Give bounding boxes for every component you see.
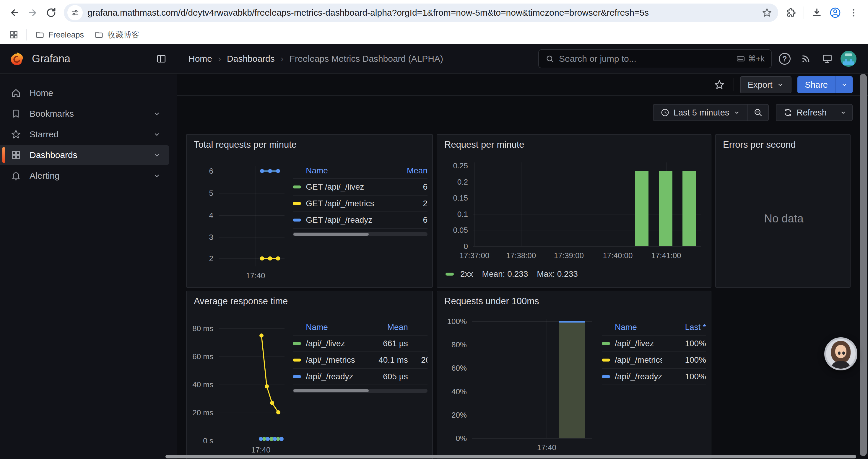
chevron-down-icon[interactable] — [153, 172, 161, 179]
panel-title[interactable]: Total requests per minute — [194, 139, 297, 150]
legend-value: 20.5 m — [408, 355, 428, 365]
refresh-interval-button[interactable] — [834, 104, 852, 121]
legend-row[interactable]: GET /api/_/livez6 — [293, 178, 428, 195]
chart-area[interactable]: 80 ms60 ms40 ms20 ms0 s17:40 — [193, 311, 287, 457]
x-tick-label: 17:39:00 — [554, 251, 584, 260]
panel-title[interactable]: Request per minute — [444, 139, 524, 150]
browser-chrome: grafana.mathmast.com/d/deytv4rwavabkb/fr… — [0, 0, 868, 44]
back-icon[interactable] — [5, 4, 24, 22]
panel-total-requests: Total requests per minute 6543217:40Name… — [186, 134, 433, 288]
breadcrumb-dashboards[interactable]: Dashboards — [227, 54, 275, 64]
home-icon — [11, 88, 21, 98]
profile-icon[interactable] — [826, 4, 844, 22]
legend-row[interactable]: /api/_/metrics100% — [602, 352, 706, 368]
y-tick-label: 40 ms — [192, 380, 213, 389]
news-rss-icon[interactable] — [798, 51, 814, 67]
chart-area[interactable]: 100%80%60%40%20%0%17:40 — [444, 311, 596, 457]
legend-row[interactable]: /api/_/metrics40.1 ms20.5 m — [293, 352, 428, 368]
chevron-down-icon[interactable] — [153, 131, 161, 138]
x-tick-label: 17:40 — [246, 271, 265, 280]
plot-area[interactable]: 0.250.20.150.10.05017:37:0017:38:0017:39… — [473, 162, 701, 246]
share-button[interactable]: Share — [797, 76, 836, 93]
extensions-icon[interactable] — [782, 4, 800, 22]
zoom-out-button[interactable] — [748, 104, 769, 121]
sidebar-item-alerting[interactable]: Alerting — [0, 166, 169, 186]
legend-row[interactable]: /api/_/livez100% — [602, 335, 706, 352]
legend-inline[interactable]: 2xxMean: 0.233Max: 0.233 — [444, 265, 706, 283]
favorite-star-icon[interactable] — [711, 76, 728, 93]
sidebar-item-dashboards[interactable]: Dashboards — [0, 145, 169, 165]
assistant-avatar-widget[interactable] — [824, 337, 857, 370]
data-point — [259, 437, 263, 441]
legend-row[interactable]: /api/_/readyz605 µs620 — [293, 368, 428, 385]
legend-row[interactable]: /api/_/readyz100% — [602, 368, 706, 385]
site-info-icon[interactable] — [67, 5, 83, 21]
chevron-down-icon[interactable] — [153, 151, 161, 159]
chart-area[interactable]: 0.250.20.150.10.05017:37:0017:38:0017:39… — [444, 154, 706, 265]
y-tick-label: 0.1 — [457, 209, 468, 219]
legend-scrollbar-thumb[interactable] — [293, 233, 369, 236]
chevron-down-icon[interactable] — [153, 110, 161, 118]
bookmark-star-icon[interactable] — [759, 5, 775, 21]
bookmark-label: 收藏博客 — [107, 30, 140, 40]
forward-icon[interactable] — [24, 4, 42, 22]
legend-scrollbar[interactable] — [293, 389, 428, 393]
panel-title[interactable]: Errors per second — [723, 139, 796, 150]
sidebar-item-starred[interactable]: Starred — [0, 125, 169, 144]
chevron-down-icon — [733, 109, 740, 116]
monitor-icon[interactable] — [819, 51, 836, 67]
horizontal-scrollbar[interactable] — [165, 455, 856, 458]
breadcrumb-separator: › — [281, 54, 284, 64]
sidebar-toggle-icon[interactable] — [155, 52, 168, 65]
panel-title[interactable]: Requests under 100ms — [444, 296, 539, 306]
user-avatar[interactable] — [840, 51, 857, 67]
y-tick-label: 0.15 — [453, 193, 468, 203]
url-bar[interactable]: grafana.mathmast.com/d/deytv4rwavabkb/fr… — [64, 4, 778, 22]
export-button[interactable]: Export — [740, 76, 792, 93]
legend-scrollbar[interactable] — [293, 232, 428, 236]
sidebar-item-home[interactable]: Home — [0, 83, 169, 103]
bookmark-folder-blogs[interactable]: 收藏博客 — [90, 27, 144, 42]
download-icon[interactable] — [808, 4, 826, 22]
avatar-face — [835, 345, 846, 358]
url-text[interactable]: grafana.mathmast.com/d/deytv4rwavabkb/fr… — [88, 8, 759, 18]
plot-area[interactable]: 6543217:40 — [219, 166, 284, 266]
panel-errors-per-second: Errors per second No data — [715, 134, 850, 288]
panel-body: 100%80%60%40%20%0%17:40NameLast */api/_/… — [444, 311, 706, 457]
apps-grid-icon[interactable] — [6, 28, 21, 42]
search-placeholder: Search or jump to... — [559, 54, 637, 64]
browser-menu-icon[interactable] — [844, 4, 863, 22]
legend-scrollbar-thumb[interactable] — [293, 389, 369, 392]
legend-header-col: Mean — [364, 323, 408, 332]
plot-area[interactable]: 80 ms60 ms40 ms20 ms0 s17:40 — [219, 323, 284, 441]
legend-table-inner: NameMeanGET /api/_/livez6GET /api/_/metr… — [293, 163, 428, 229]
legend-row[interactable]: GET /api/_/metrics2 — [293, 195, 428, 211]
chart-area[interactable]: 6543217:40 — [193, 154, 287, 283]
y-tick-label: 4 — [209, 210, 213, 220]
plot-area[interactable]: 100%80%60%40%20%0%17:40 — [472, 319, 592, 438]
search-input[interactable]: Search or jump to... ⌘+k — [538, 49, 772, 68]
vertical-scrollbar[interactable] — [860, 74, 867, 456]
gridline — [569, 162, 569, 246]
sidebar-item-bookmarks[interactable]: Bookmarks — [0, 104, 169, 124]
breadcrumb: Home › Dashboards › Freeleaps Metrics Da… — [188, 54, 443, 64]
breadcrumb-home[interactable]: Home — [188, 54, 212, 64]
legend-header-name: Name — [602, 323, 662, 332]
bookmark-icon — [11, 108, 21, 119]
legend-series-name[interactable]: 2xx — [460, 269, 473, 279]
legend-row[interactable]: /api/_/livez661 µs646 — [293, 335, 428, 352]
legend-series-name: GET /api/_/metrics — [293, 199, 383, 208]
time-range-picker[interactable]: Last 5 minutes — [653, 104, 748, 121]
share-menu-button[interactable] — [836, 76, 852, 93]
chart-bar — [635, 171, 649, 246]
legend-header-col: Las — [408, 323, 428, 332]
grafana-logo[interactable] — [9, 51, 25, 67]
brand-name[interactable]: Grafana — [32, 53, 70, 65]
panel-average-response-time: Average response time 80 ms60 ms40 ms20 … — [186, 291, 433, 459]
help-icon[interactable]: ? — [776, 51, 793, 67]
reload-icon[interactable] — [42, 4, 60, 22]
legend-row[interactable]: GET /api/_/readyz6 — [293, 211, 428, 228]
refresh-button[interactable]: Refresh — [776, 104, 834, 121]
panel-title[interactable]: Average response time — [194, 296, 288, 306]
bookmark-folder-freeleaps[interactable]: Freeleaps — [31, 28, 88, 42]
